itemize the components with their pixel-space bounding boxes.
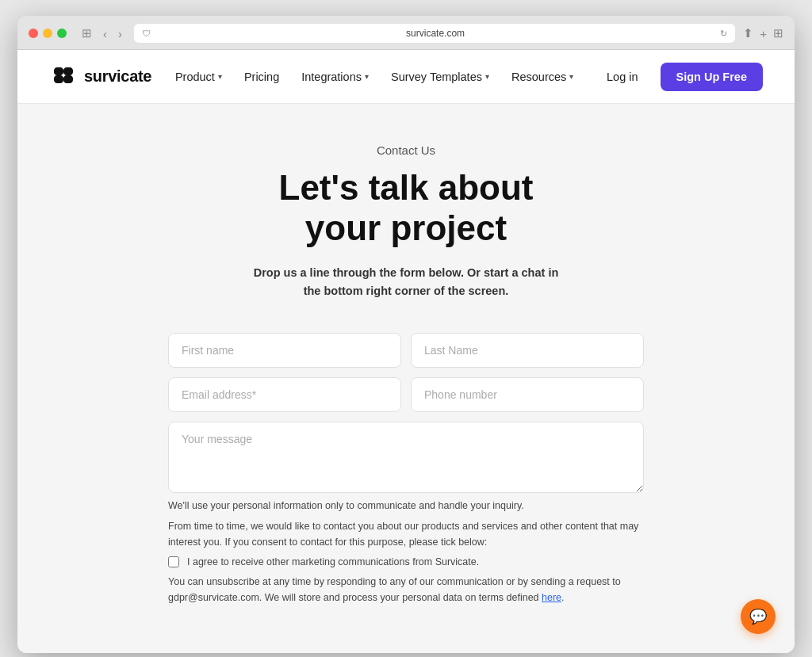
nav-item-product[interactable]: Product ▾ [166, 64, 232, 90]
main-content: Contact Us Let's talk about your project… [152, 104, 660, 653]
minimize-button[interactable] [43, 29, 52, 38]
sidebar-toggle-icon[interactable]: ⊞ [78, 25, 96, 42]
navbar: survicate Product ▾ Pricing Integrations… [17, 50, 795, 104]
email-input[interactable] [168, 377, 401, 412]
share-icon[interactable]: ⬆ [743, 26, 753, 40]
first-name-input[interactable] [168, 333, 401, 368]
browser-window: ⊞ ‹ › 🛡 survicate.com ↻ ⬆ + ⊞ [17, 16, 795, 653]
chat-bubble[interactable]: 💬 [741, 599, 776, 634]
nav-links: Product ▾ Pricing Integrations ▾ Survey … [166, 64, 583, 90]
name-row [168, 333, 644, 368]
privacy-line1: We'll use your personal information only… [168, 498, 644, 514]
contact-row [168, 377, 644, 412]
signup-button[interactable]: Sign Up Free [661, 63, 763, 91]
browser-actions: ⬆ + ⊞ [743, 26, 783, 40]
logo-icon [49, 63, 78, 91]
contact-label: Contact Us [168, 143, 644, 157]
url-text: survicate.com [155, 28, 715, 39]
chevron-down-icon: ▾ [365, 72, 369, 81]
last-name-input[interactable] [411, 333, 644, 368]
contact-subtext: Drop us a line through the form below. O… [168, 264, 644, 300]
page-content: survicate Product ▾ Pricing Integrations… [17, 50, 795, 653]
security-icon: 🛡 [142, 29, 151, 38]
nav-item-integrations[interactable]: Integrations ▾ [292, 64, 378, 90]
nav-item-survey-templates[interactable]: Survey Templates ▾ [381, 64, 499, 90]
refresh-icon[interactable]: ↻ [720, 29, 727, 39]
phone-input[interactable] [411, 377, 644, 412]
forward-icon[interactable]: › [114, 25, 126, 42]
chevron-down-icon: ▾ [218, 72, 222, 81]
contact-form [168, 333, 644, 493]
chevron-down-icon: ▾ [485, 72, 489, 81]
new-tab-icon[interactable]: + [760, 27, 767, 40]
chevron-down-icon: ▾ [569, 72, 573, 81]
chat-icon: 💬 [749, 608, 767, 625]
login-button[interactable]: Log in [597, 64, 648, 90]
close-button[interactable] [29, 29, 38, 38]
browser-chrome: ⊞ ‹ › 🛡 survicate.com ↻ ⬆ + ⊞ [17, 16, 795, 50]
nav-item-resources[interactable]: Resources ▾ [502, 64, 583, 90]
tabs-icon[interactable]: ⊞ [773, 26, 783, 40]
nav-actions: Log in Sign Up Free [597, 63, 763, 91]
marketing-consent-row: I agree to receive other marketing commu… [168, 556, 644, 567]
message-textarea[interactable] [168, 422, 644, 493]
browser-titlebar: ⊞ ‹ › 🛡 survicate.com ↻ ⬆ + ⊞ [29, 24, 783, 43]
unsubscribe-text: You can unsubscribe at any time by respo… [168, 574, 644, 605]
contact-headline: Let's talk about your project [168, 168, 644, 248]
logo-text: survicate [84, 67, 151, 86]
marketing-checkbox[interactable] [168, 556, 179, 567]
logo[interactable]: survicate [49, 63, 151, 91]
nav-item-pricing[interactable]: Pricing [235, 64, 289, 90]
back-icon[interactable]: ‹ [99, 25, 111, 42]
marketing-checkbox-label: I agree to receive other marketing commu… [187, 556, 479, 567]
traffic-lights [29, 29, 67, 38]
browser-nav-buttons: ⊞ ‹ › [78, 25, 126, 42]
here-link[interactable]: here [542, 592, 561, 603]
address-bar[interactable]: 🛡 survicate.com ↻ [134, 24, 735, 43]
consent-text: From time to time, we would like to cont… [168, 518, 644, 550]
maximize-button[interactable] [57, 29, 67, 38]
